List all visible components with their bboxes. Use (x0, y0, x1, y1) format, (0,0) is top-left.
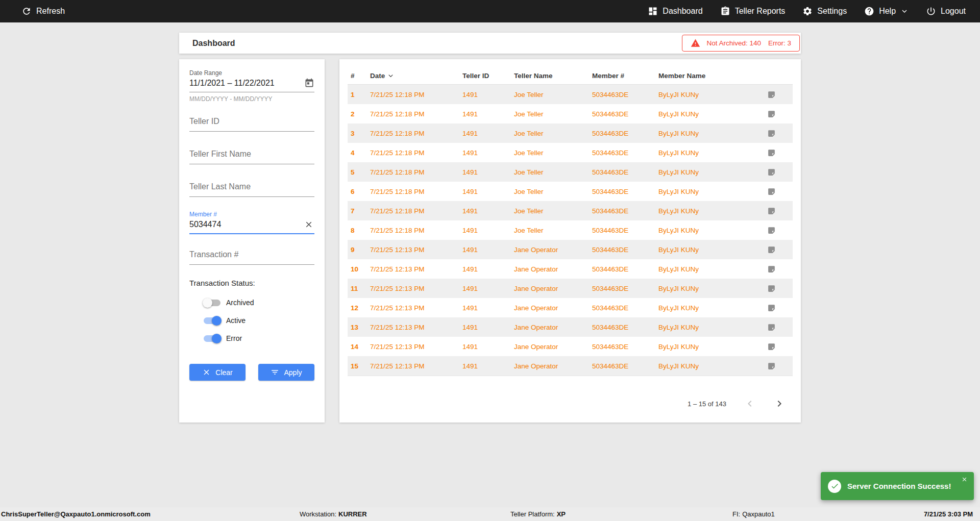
cell-member-name: ByLyJI KUNy (658, 207, 764, 215)
table-row[interactable]: 87/21/25 12:18 PM1491Joe Teller5034463DE… (348, 220, 793, 240)
prev-page-button[interactable] (744, 398, 756, 410)
transaction-number-input[interactable] (189, 246, 314, 265)
nav-logout[interactable]: Logout (926, 6, 966, 16)
statusbar-workstation: Workstation:KURRER (300, 510, 367, 518)
table-row[interactable]: 137/21/25 12:13 PM1491Jane Operator50344… (348, 317, 793, 337)
date-range-label: Date Range (189, 69, 314, 77)
table-row[interactable]: 27/21/25 12:18 PM1491Joe Teller5034463DE… (348, 104, 793, 123)
cell-member-num: 5034463DE (592, 110, 658, 118)
col-header-member-name[interactable]: Member Name (658, 72, 764, 80)
cell-teller-id: 1491 (462, 227, 514, 234)
table-row[interactable]: 37/21/25 12:18 PM1491Joe Teller5034463DE… (348, 123, 793, 143)
table-header-row: # Date Teller ID Teller Name Member # Me… (348, 67, 793, 85)
alert-badge[interactable]: Not Archived: 140 Error: 3 (682, 35, 800, 52)
table-row[interactable]: 77/21/25 12:18 PM1491Joe Teller5034463DE… (348, 201, 793, 220)
cell-teller-id: 1491 (462, 110, 514, 118)
table-row[interactable]: 57/21/25 12:18 PM1491Joe Teller5034463DE… (348, 162, 793, 182)
table-row[interactable]: 157/21/25 12:13 PM1491Jane Operator50344… (348, 356, 793, 376)
status-bar: ChrisSuperTeller@Qaxpauto1.onmicrosoft.c… (0, 507, 980, 521)
archived-toggle[interactable] (204, 300, 220, 306)
note-icon[interactable] (764, 207, 793, 215)
note-icon[interactable] (764, 323, 793, 332)
note-icon[interactable] (764, 129, 793, 138)
teller-id-input[interactable] (189, 113, 314, 132)
platform-value: XP (557, 510, 566, 518)
table-row[interactable]: 17/21/25 12:18 PM1491Joe Teller5034463DE… (348, 85, 793, 104)
cell-teller-name: Jane Operator (514, 265, 592, 273)
cell-member-name: ByLyJI KUNy (658, 149, 764, 157)
note-icon[interactable] (764, 148, 793, 157)
platform-label: Teller Platform: (510, 510, 555, 518)
calendar-icon[interactable] (304, 78, 314, 88)
error-toggle-label: Error (226, 334, 242, 342)
table-row[interactable]: 117/21/25 12:13 PM1491Jane Operator50344… (348, 279, 793, 298)
table-row[interactable]: 67/21/25 12:18 PM1491Joe Teller5034463DE… (348, 182, 793, 201)
cell-teller-id: 1491 (462, 362, 514, 370)
col-header-member-num[interactable]: Member # (592, 72, 658, 80)
cell-teller-name: Joe Teller (514, 149, 592, 157)
cell-teller-id: 1491 (462, 168, 514, 176)
cell-member-name: ByLyJI KUNy (658, 324, 764, 331)
teller-first-name-input[interactable] (189, 145, 314, 164)
note-icon[interactable] (764, 304, 793, 312)
fi-label: FI: (732, 510, 740, 518)
nav-dashboard[interactable]: Dashboard (648, 6, 702, 16)
cell-member-name: ByLyJI KUNy (658, 168, 764, 176)
active-toggle[interactable] (204, 317, 220, 324)
filter-panel: Date Range 11/1/2021 – 11/22/2021 MM/DD/… (179, 59, 325, 423)
cell-teller-name: Jane Operator (514, 304, 592, 312)
note-icon[interactable] (764, 90, 793, 99)
transaction-status-label: Transaction Status: (189, 279, 314, 287)
cell-member-num: 5034463DE (592, 91, 658, 98)
clear-member-icon[interactable] (303, 220, 314, 231)
cell-date: 7/21/25 12:13 PM (370, 246, 462, 254)
col-header-num[interactable]: # (351, 72, 370, 80)
cell-member-num: 5034463DE (592, 207, 658, 215)
cell-row-number: 1 (351, 91, 370, 98)
apply-button[interactable]: Apply (258, 364, 314, 381)
nav-settings-label: Settings (817, 7, 847, 16)
col-header-teller-name[interactable]: Teller Name (514, 72, 592, 80)
note-icon[interactable] (764, 187, 793, 196)
note-icon[interactable] (764, 362, 793, 370)
teller-last-name-input[interactable] (189, 178, 314, 197)
note-icon[interactable] (764, 226, 793, 235)
error-toggle[interactable] (204, 335, 220, 342)
cell-member-num: 5034463DE (592, 246, 658, 254)
active-toggle-label: Active (226, 316, 246, 325)
nav-help[interactable]: Help (864, 6, 909, 16)
note-icon[interactable] (764, 265, 793, 274)
top-nav: Refresh Dashboard Teller Reports Setting… (0, 0, 980, 22)
table-row[interactable]: 97/21/25 12:13 PM1491Jane Operator503446… (348, 240, 793, 259)
cell-teller-id: 1491 (462, 304, 514, 312)
note-icon[interactable] (764, 110, 793, 118)
nav-teller-reports[interactable]: Teller Reports (720, 6, 786, 16)
col-header-date[interactable]: Date (370, 72, 462, 80)
note-icon[interactable] (764, 342, 793, 351)
note-icon[interactable] (764, 168, 793, 177)
table-row[interactable]: 127/21/25 12:13 PM1491Jane Operator50344… (348, 298, 793, 317)
table-row[interactable]: 147/21/25 12:13 PM1491Jane Operator50344… (348, 337, 793, 356)
cell-teller-name: Joe Teller (514, 110, 592, 118)
note-icon[interactable] (764, 284, 793, 293)
next-page-button[interactable] (773, 398, 786, 410)
clear-button[interactable]: Clear (189, 364, 246, 381)
col-header-teller-id[interactable]: Teller ID (462, 72, 514, 80)
cell-member-name: ByLyJI KUNy (658, 265, 764, 273)
paginator: 1 – 15 of 143 (348, 398, 793, 410)
cell-row-number: 12 (351, 304, 370, 312)
table-row[interactable]: 107/21/25 12:13 PM1491Jane Operator50344… (348, 259, 793, 279)
success-toast: Server Connection Success! (821, 472, 974, 500)
member-number-input[interactable] (189, 218, 303, 233)
cell-member-num: 5034463DE (592, 265, 658, 273)
page-range-label: 1 – 15 of 143 (688, 400, 726, 408)
date-range-field[interactable]: Date Range 11/1/2021 – 11/22/2021 MM/DD/… (189, 69, 314, 103)
main-content: Dashboard Not Archived: 140 Error: 3 Dat… (179, 33, 801, 423)
toast-close-icon[interactable] (961, 476, 968, 483)
table-row[interactable]: 47/21/25 12:18 PM1491Joe Teller5034463DE… (348, 143, 793, 162)
nav-settings[interactable]: Settings (802, 6, 847, 16)
refresh-button[interactable]: Refresh (21, 6, 65, 16)
filter-actions: Clear Apply (189, 364, 314, 381)
sort-desc-icon (387, 72, 395, 80)
note-icon[interactable] (764, 245, 793, 254)
